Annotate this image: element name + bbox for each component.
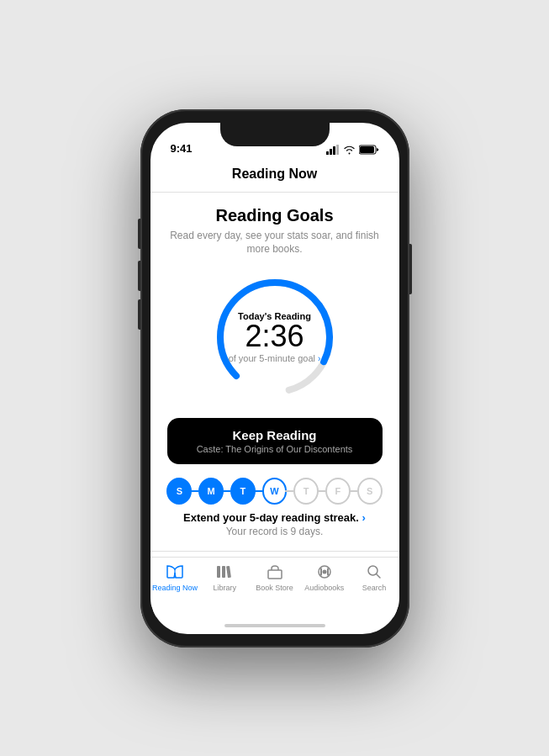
tab-bar: Reading Now Library [150,557,399,617]
svg-line-42 [376,574,380,578]
tab-library-label: Library [214,584,237,592]
reading-time: 2:36 [229,321,321,352]
goal-text: of your 5-minute goal › [229,353,321,363]
streak-chevron: › [362,511,366,524]
keep-reading-label: Keep Reading [181,428,369,442]
content-area[interactable]: Reading Goals Read every day, see your s… [150,193,399,557]
status-icons [326,145,379,155]
streak-text: Extend your 5-day reading streak. › [167,511,383,524]
svg-rect-3 [336,145,339,155]
notch [220,123,330,146]
library-icon [215,564,234,582]
day-circle-m: M [198,478,224,505]
svg-rect-35 [217,566,220,578]
tab-bookstore-label: Book Store [256,584,293,592]
svg-rect-38 [268,570,282,579]
tab-search-label: Search [362,584,387,592]
connector-line [254,490,262,492]
reading-now-icon [166,564,184,582]
goals-subtitle: Read every day, see your stats soar, and… [167,229,383,257]
day-circle-s1: S [166,478,192,505]
day-circle-w: W [262,478,288,505]
page-title: Reading Now [150,160,399,193]
connector-line [222,490,230,492]
tab-audiobooks-label: Audiobooks [304,584,344,592]
search-icon [367,564,382,582]
day-circle-f: F [325,478,351,505]
status-time: 9:41 [171,142,193,155]
chevron-right-icon: › [318,354,320,363]
tab-reading-now[interactable]: Reading Now [150,564,200,592]
home-indicator [150,617,399,634]
bookstore-icon [266,564,284,582]
reading-goals-card: Reading Goals Read every day, see your s… [150,193,399,552]
connector-line-gray [349,490,357,492]
streak-days-row: S M T W T [167,478,383,505]
streak-record: Your record is 9 days. [167,526,383,537]
keep-reading-book: Caste: The Origins of Our Discontents [181,444,369,454]
svg-rect-0 [326,151,329,155]
tab-search[interactable]: Search [349,564,399,592]
svg-rect-1 [330,149,332,155]
phone-frame: 9:41 [140,109,409,648]
tab-audiobooks[interactable]: Audiobooks [299,564,349,592]
phone-screen: 9:41 [150,123,399,634]
tab-library[interactable]: Library [200,564,250,592]
svg-rect-37 [226,565,231,577]
day-circle-t1: T [230,478,256,505]
svg-rect-5 [360,146,374,153]
keep-reading-button[interactable]: Keep Reading Caste: The Origins of Our D… [167,418,383,464]
battery-icon [359,145,379,155]
progress-circle-container: Today's Reading 2:36 of your 5-minute go… [167,270,383,404]
tab-reading-now-label: Reading Now [152,584,198,592]
home-bar [224,624,325,627]
audiobooks-icon [315,564,334,582]
day-circle-s2: S [357,478,383,505]
svg-point-40 [322,569,326,574]
tab-bookstore[interactable]: Book Store [250,564,299,592]
day-circle-t2: T [293,478,319,505]
connector-line [190,490,198,492]
goals-title: Reading Goals [167,206,383,225]
connector-line-gray [285,490,293,492]
connector-line-gray [317,490,325,492]
svg-rect-2 [333,146,335,155]
signal-icon [326,145,340,155]
wifi-icon [343,145,356,155]
svg-rect-36 [222,566,225,578]
circle-text: Today's Reading 2:36 of your 5-minute go… [229,311,321,363]
